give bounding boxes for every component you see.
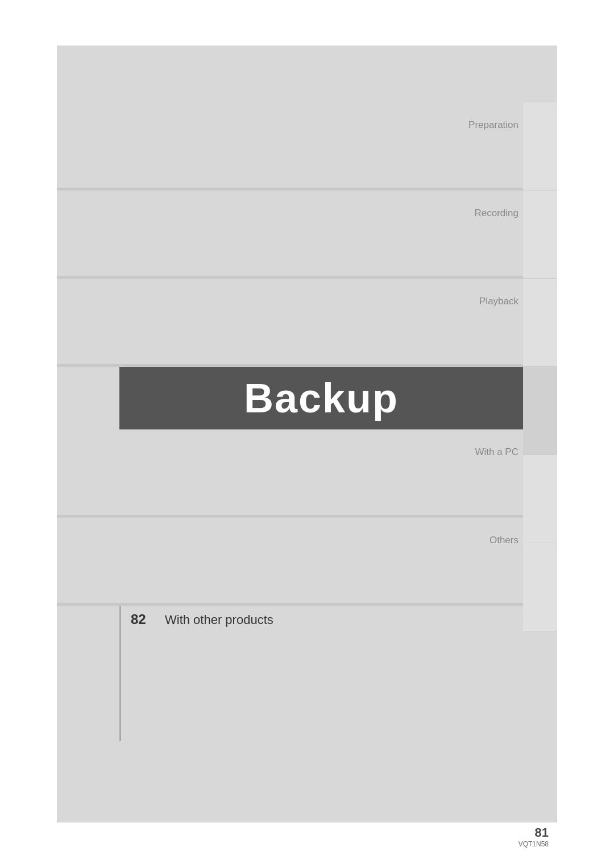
content-area: 82 With other products (119, 606, 523, 627)
model-number: VQT1N58 (518, 840, 549, 848)
entry-number: 82 (131, 611, 159, 627)
backup-title: Backup (244, 375, 399, 421)
others-section: Others (57, 518, 557, 606)
playback-section: Playback (57, 279, 557, 367)
vertical-line (119, 606, 121, 741)
others-label: Others (489, 535, 518, 546)
page-footer: 81 VQT1N58 (518, 825, 549, 848)
page-container: Preparation Recording Playback Backup Wi… (57, 46, 557, 822)
recording-section: Recording (57, 191, 557, 279)
recording-label: Recording (475, 208, 519, 219)
page-number: 81 (518, 825, 549, 840)
entry-row: 82 With other products (119, 611, 523, 627)
playback-label: Playback (479, 296, 518, 307)
preparation-label: Preparation (468, 119, 518, 131)
preparation-section: Preparation (57, 102, 557, 191)
withpc-section: With a PC (57, 429, 557, 518)
entry-text: With other products (165, 613, 273, 627)
withpc-label: With a PC (475, 447, 518, 458)
backup-banner: Backup (119, 367, 523, 429)
